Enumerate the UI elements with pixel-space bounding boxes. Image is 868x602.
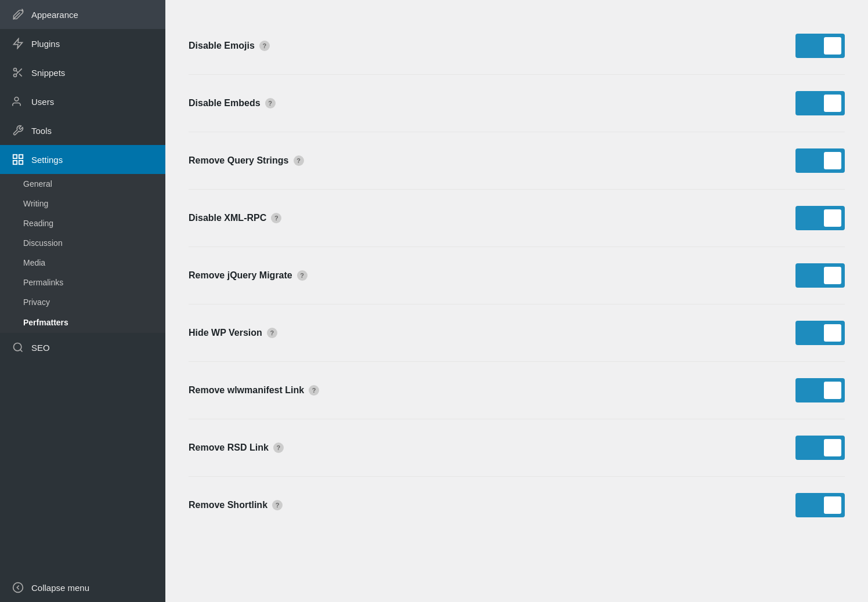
setting-label-disable-embeds: Disable Embeds ?	[189, 98, 795, 108]
toggle-hide-wp-version[interactable]	[795, 321, 845, 345]
submenu-item-privacy[interactable]: Privacy	[0, 292, 165, 312]
help-icon-disable-xml-rpc[interactable]: ?	[271, 213, 281, 223]
svg-point-2	[14, 68, 17, 71]
sidebar-item-users[interactable]: Users	[0, 87, 165, 116]
sidebar-item-snippets[interactable]: Snippets	[0, 58, 165, 87]
setting-label-disable-emojis: Disable Emojis ?	[189, 41, 795, 51]
svg-rect-11	[13, 161, 17, 164]
submenu-reading-label: Reading	[23, 219, 53, 228]
toggle-remove-jquery-migrate[interactable]	[795, 263, 845, 288]
sidebar-item-appearance-label: Appearance	[31, 10, 78, 20]
toggle-disable-embeds[interactable]	[795, 91, 845, 115]
sidebar-item-seo[interactable]: SEO	[0, 333, 165, 362]
collapse-menu-button[interactable]: Collapse menu	[0, 573, 165, 602]
setting-row-remove-wlwmanifest-link: Remove wlwmanifest Link ?	[189, 362, 845, 419]
sidebar-item-plugins[interactable]: Plugins	[0, 29, 165, 58]
toggle-knob-hide-wp-version	[824, 324, 841, 342]
svg-rect-8	[13, 155, 17, 158]
submenu-item-discussion[interactable]: Discussion	[0, 233, 165, 253]
toggle-knob-disable-xml-rpc	[824, 209, 841, 227]
toggle-knob-remove-rsd-link	[824, 439, 841, 456]
seo-icon	[12, 341, 24, 354]
setting-row-disable-xml-rpc: Disable XML-RPC ?	[189, 190, 845, 247]
svg-point-3	[14, 74, 17, 77]
submenu-general-label: General	[23, 179, 52, 188]
toggle-knob-remove-query-strings	[824, 152, 841, 169]
submenu-item-media[interactable]: Media	[0, 253, 165, 273]
tools-icon	[12, 124, 24, 137]
help-icon-remove-query-strings[interactable]: ?	[294, 155, 304, 166]
help-icon-hide-wp-version[interactable]: ?	[267, 328, 277, 338]
submenu-item-permalinks[interactable]: Permalinks	[0, 273, 165, 292]
submenu-item-writing[interactable]: Writing	[0, 194, 165, 213]
submenu-writing-label: Writing	[23, 199, 48, 208]
sidebar: Appearance Plugins Snippets User	[0, 0, 165, 602]
svg-rect-9	[19, 155, 23, 158]
sidebar-item-settings[interactable]: Settings	[0, 145, 165, 174]
toggle-remove-wlwmanifest-link[interactable]	[795, 378, 845, 402]
settings-icon	[12, 153, 24, 166]
setting-label-hide-wp-version: Hide WP Version ?	[189, 328, 795, 338]
submenu-item-reading[interactable]: Reading	[0, 213, 165, 233]
sidebar-item-tools[interactable]: Tools	[0, 116, 165, 145]
collapse-menu-label: Collapse menu	[31, 583, 89, 593]
toggle-knob-remove-jquery-migrate	[824, 267, 841, 284]
toggle-knob-disable-emojis	[824, 37, 841, 55]
svg-point-7	[15, 97, 19, 101]
setting-row-remove-rsd-link: Remove RSD Link ?	[189, 419, 845, 477]
svg-point-14	[13, 583, 23, 593]
submenu-media-label: Media	[23, 258, 45, 267]
sidebar-item-tools-label: Tools	[31, 126, 52, 136]
help-icon-remove-wlwmanifest-link[interactable]: ?	[309, 385, 319, 396]
toggle-disable-emojis[interactable]	[795, 34, 845, 58]
setting-row-remove-shortlink: Remove Shortlink ?	[189, 477, 845, 534]
toggle-knob-disable-embeds	[824, 95, 841, 112]
help-icon-disable-embeds[interactable]: ?	[265, 98, 276, 108]
setting-row-disable-embeds: Disable Embeds ?	[189, 75, 845, 132]
settings-submenu: General Writing Reading Discussion Media…	[0, 174, 165, 333]
submenu-item-general[interactable]: General	[0, 174, 165, 194]
svg-marker-1	[14, 39, 23, 49]
toggle-remove-rsd-link[interactable]	[795, 436, 845, 460]
setting-label-remove-query-strings: Remove Query Strings ?	[189, 155, 795, 166]
svg-line-13	[20, 350, 23, 352]
help-icon-remove-rsd-link[interactable]: ?	[273, 443, 284, 453]
setting-label-remove-rsd-link: Remove RSD Link ?	[189, 443, 795, 453]
perfmatters-label: Perfmatters	[0, 312, 165, 333]
toggle-knob-remove-wlwmanifest-link	[824, 382, 841, 399]
toggle-remove-query-strings[interactable]	[795, 148, 845, 173]
plugin-icon	[12, 37, 24, 50]
svg-line-6	[16, 71, 18, 72]
submenu-permalinks-label: Permalinks	[23, 278, 63, 287]
sidebar-item-plugins-label: Plugins	[31, 39, 60, 49]
help-icon-remove-jquery-migrate[interactable]: ?	[297, 270, 308, 281]
sidebar-item-snippets-label: Snippets	[31, 68, 65, 78]
setting-row-remove-jquery-migrate: Remove jQuery Migrate ?	[189, 247, 845, 304]
users-icon	[12, 95, 24, 108]
setting-row-remove-query-strings: Remove Query Strings ?	[189, 132, 845, 190]
setting-label-remove-shortlink: Remove Shortlink ?	[189, 500, 795, 510]
collapse-icon	[12, 581, 24, 594]
help-icon-remove-shortlink[interactable]: ?	[272, 500, 283, 510]
svg-rect-10	[19, 161, 23, 164]
snippets-icon	[12, 66, 24, 79]
svg-line-5	[19, 74, 22, 77]
setting-label-remove-jquery-migrate: Remove jQuery Migrate ?	[189, 270, 795, 281]
svg-point-12	[14, 343, 21, 351]
setting-label-remove-wlwmanifest-link: Remove wlwmanifest Link ?	[189, 385, 795, 396]
paintbrush-icon	[12, 8, 24, 21]
submenu-privacy-label: Privacy	[23, 298, 50, 307]
help-icon-disable-emojis[interactable]: ?	[259, 41, 270, 51]
sidebar-item-appearance[interactable]: Appearance	[0, 0, 165, 29]
sidebar-item-users-label: Users	[31, 97, 54, 107]
toggle-knob-remove-shortlink	[824, 496, 841, 514]
submenu-discussion-label: Discussion	[23, 238, 63, 248]
seo-label: SEO	[31, 343, 50, 353]
toggle-remove-shortlink[interactable]	[795, 493, 845, 517]
toggle-disable-xml-rpc[interactable]	[795, 206, 845, 230]
setting-label-disable-xml-rpc: Disable XML-RPC ?	[189, 213, 795, 223]
setting-row-disable-emojis: Disable Emojis ?	[189, 17, 845, 75]
main-content: Disable Emojis ? Disable Embeds ? Remove…	[165, 0, 868, 602]
setting-row-hide-wp-version: Hide WP Version ?	[189, 304, 845, 362]
sidebar-item-settings-label: Settings	[31, 155, 63, 165]
